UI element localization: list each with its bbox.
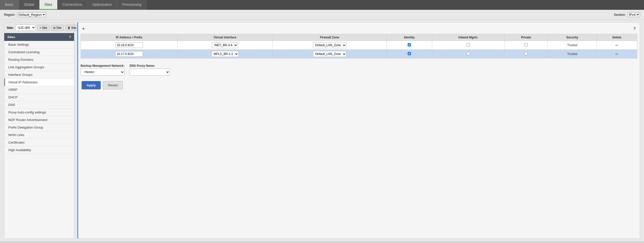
sidebar-item-dhcp[interactable]: DHCP [4, 94, 74, 101]
tab-sites[interactable]: Sites [39, 0, 58, 10]
region-select[interactable]: Default_Region [17, 12, 46, 17]
content-row: Site: SJC-BR + Site ⧉ Site 🗑 Site [0, 20, 644, 241]
row2-interface-select[interactable]: MPLS_BR-1-2 [211, 51, 239, 57]
top-tabs: Basic Global Sites Connections Optimizat… [0, 0, 644, 10]
dns-proxy-group: DNS Proxy Name: [130, 64, 170, 76]
row2-private-cell [504, 50, 548, 58]
row1-zone-select[interactable]: Default_LAN_Zone [313, 42, 346, 48]
row2-delete-cell: ↩ [597, 50, 637, 58]
dns-proxy-select[interactable] [130, 69, 170, 76]
row1-inband-checkbox[interactable] [467, 43, 470, 46]
sidebar: Site: SJC-BR + Site ⧉ Site 🗑 Site [4, 22, 74, 239]
row2-zone-select[interactable]: Default_LAN_Zone [313, 51, 346, 57]
panel-help-button[interactable]: ? [633, 27, 636, 31]
backup-management-group: Backup Management Network: <None> [81, 64, 125, 76]
tab-connections[interactable]: Connections [58, 0, 87, 10]
row2-security-cell: Trusted [548, 50, 597, 58]
col-private: Private [504, 34, 548, 41]
sidebar-item-prefix-delegation[interactable]: Prefix Delegation Group [4, 124, 74, 131]
row1-security-cell: Trusted [548, 41, 597, 50]
row1-inband-cell [432, 41, 504, 50]
delete-site-button[interactable]: 🗑 Site [65, 25, 79, 31]
delete-site-label: Site [71, 26, 77, 30]
col-delete: Delete [597, 34, 637, 41]
backup-management-label: Backup Management Network: [81, 64, 125, 68]
row2-private-checkbox[interactable] [524, 52, 528, 55]
site-select-wrap: SJC-BR [15, 25, 36, 31]
sidebar-item-proxy-autoconfig[interactable]: Proxy Auto-config settings [4, 109, 74, 116]
section-label: Section: [614, 13, 626, 17]
row1-security-value: Trusted [567, 43, 577, 47]
sidebar-item-high-availability[interactable]: High Availability [4, 146, 74, 154]
sidebar-title: Sites [7, 35, 15, 39]
row2-ip-cell [81, 50, 178, 58]
sidebar-item-ndp-router[interactable]: NDP Router Advertisement [4, 116, 74, 124]
row1-private-checkbox[interactable] [524, 43, 528, 46]
col-ip-address: IP Address / Prefix [81, 34, 178, 41]
sidebar-item-virtual-ip-addresses[interactable]: Virtual IP Addresses [4, 79, 74, 86]
row1-private-cell [504, 41, 548, 50]
sidebar-header: Sites ? [4, 33, 74, 41]
tab-provisioning[interactable]: Provisioning [117, 0, 146, 10]
tab-optimization[interactable]: Optimization [87, 0, 117, 10]
row1-interface-select[interactable]: INET_BR-3-4 [212, 42, 238, 48]
panel-header: + ? [81, 25, 637, 34]
row2-revert-icon[interactable]: ↩ [615, 52, 618, 56]
sidebar-item-vrrp[interactable]: VRRP [4, 86, 74, 94]
sidebar-item-basic-settings[interactable]: Basic Settings [4, 41, 74, 48]
col-security: Security [548, 34, 597, 41]
row2-interface-cell: MPLS_BR-1-2 [177, 50, 273, 58]
site-select[interactable]: SJC-BR [15, 25, 36, 31]
col-inband-mgmt: Inband Mgmt. [432, 34, 504, 41]
dns-proxy-label: DNS Proxy Name: [130, 64, 170, 68]
row2-inband-cell [432, 50, 504, 58]
table-row: MPLS_BR-1-2 Default_LAN_Zone [81, 50, 637, 58]
row1-interface-cell: INET_BR-3-4 [177, 41, 273, 50]
row1-zone-cell: Default_LAN_Zone [273, 41, 387, 50]
row2-security-value: Trusted [567, 52, 577, 56]
copy-icon: ⧉ [53, 26, 56, 30]
sidebar-item-interface-groups[interactable]: Interface Groups [4, 71, 74, 79]
add-row-button[interactable]: + [82, 26, 85, 31]
sidebar-item-wan-links[interactable]: WAN Links [4, 131, 74, 139]
revert-button[interactable]: Revert [103, 81, 123, 89]
bottom-controls: Backup Management Network: <None> DNS Pr… [81, 63, 637, 77]
apply-button[interactable]: Apply [82, 81, 101, 89]
copy-site-label: Site [56, 26, 62, 30]
sidebar-item-centralized-licensing[interactable]: Centralized Licensing [4, 48, 74, 56]
row1-delete-cell: ↩ [597, 41, 637, 50]
table-row: INET_BR-3-4 Default_LAN_Zone [81, 41, 637, 50]
row1-identity-checkbox[interactable] [408, 43, 411, 46]
main-container: Region: Default_Region Section: IPv4 Sit… [0, 10, 644, 241]
sidebar-item-routing-domains[interactable]: Routing Domains [4, 56, 74, 64]
row2-ip-input[interactable] [115, 51, 143, 57]
row2-identity-cell [387, 50, 432, 58]
action-buttons: Apply Revert [81, 81, 637, 89]
right-panel: + ? IP Address / Prefix Virtual Interfac… [77, 22, 640, 239]
col-identity: Identity [387, 34, 432, 41]
backup-management-select[interactable]: <None> [81, 69, 125, 76]
sidebar-help-icon[interactable]: ? [69, 35, 71, 39]
sidebar-item-certificates[interactable]: Certificates [4, 139, 74, 146]
region-label: Region: [4, 13, 15, 17]
tab-global[interactable]: Global [19, 0, 39, 10]
site-label: Site: [7, 26, 14, 30]
tab-basic[interactable]: Basic [0, 0, 19, 10]
site-controls: Site: SJC-BR + Site ⧉ Site 🗑 Site [4, 23, 74, 33]
row1-revert-icon[interactable]: ↩ [615, 43, 618, 47]
sidebar-item-link-aggregation-groups[interactable]: Link Aggregation Groups [4, 64, 74, 71]
copy-site-button[interactable]: ⧉ Site [51, 25, 64, 31]
col-firewall-zone: Firewall Zone [273, 34, 387, 41]
row2-inband-checkbox[interactable] [467, 52, 470, 55]
col-virtual-interface: Virtual Interface [177, 34, 273, 41]
sidebar-nav: Basic Settings Centralized Licensing Rou… [4, 41, 74, 154]
section-select[interactable]: IPv4 [628, 12, 640, 17]
row2-identity-checkbox[interactable] [408, 52, 411, 55]
row1-ip-input[interactable] [115, 42, 143, 48]
sidebar-item-dns[interactable]: DNS [4, 101, 74, 109]
row2-zone-cell: Default_LAN_Zone [273, 50, 387, 58]
row1-identity-cell [387, 41, 432, 50]
row1-ip-cell [81, 41, 178, 50]
plus-icon: + [39, 26, 41, 30]
add-site-button[interactable]: + Site [37, 25, 49, 31]
